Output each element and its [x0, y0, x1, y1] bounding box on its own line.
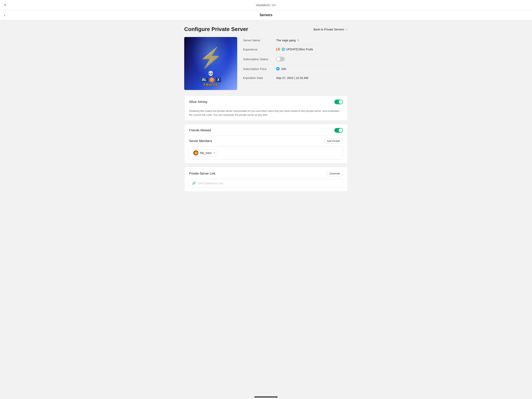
private-server-link-row: Private Server Link Generate [189, 171, 343, 176]
server-name-row: Server Name The sage gang ✎ [243, 39, 348, 45]
back-to-private-servers-link[interactable]: Back to Private Servers → [314, 28, 348, 31]
member-tag: 🙂 Rip_maxi × [192, 149, 217, 157]
generate-link-button[interactable]: Generate [327, 171, 343, 176]
skull-icon: 💀 [184, 71, 237, 76]
link-icon: 🔗 [192, 181, 196, 185]
subscription-status-row: Subscription Status [243, 54, 348, 64]
experience-row: Experience [🔥 🌐 UPDATE] Blox Fruits [243, 45, 348, 54]
nav-bar: ‹ Servers [0, 10, 532, 20]
friends-allowed-toggle[interactable] [334, 128, 343, 133]
page-title: Configure Private Server [184, 26, 248, 32]
home-indicator [254, 396, 278, 398]
private-server-link-label: Private Server Link [189, 172, 215, 175]
friends-members-card: Friends Allowed Server Members Add Peopl… [184, 124, 348, 164]
nav-back-button[interactable]: ‹ [4, 13, 5, 17]
top-bar: × tobydabush: 13+ [0, 0, 532, 10]
members-area: 🙂 Rip_maxi × [189, 146, 343, 160]
server-name-label: Server Name [243, 39, 272, 42]
server-name-value: The sage gang ✎ [276, 39, 299, 42]
server-info-section: ⚡ 💀 BL O X FRUITS Server Name The sage g… [184, 37, 348, 90]
allow-joining-row: Allow Joining [189, 100, 343, 104]
nav-title: Servers [260, 13, 272, 17]
x-text: X [215, 77, 222, 83]
subscription-status-label: Subscription Status [243, 58, 272, 61]
blox-text: BL [200, 77, 209, 83]
top-bar-title: tobydabush: 13+ [256, 4, 276, 7]
expiration-row: Expiration Date Sep 27, 2022 | 12:32 AM [243, 73, 348, 82]
expiration-label: Expiration Date [243, 76, 272, 79]
subscription-price-row: Subscription Price R 200 [243, 64, 348, 73]
allow-joining-toggle[interactable] [334, 100, 343, 104]
member-name: Rip_maxi [200, 151, 211, 154]
friends-allowed-label: Friends Allowed [189, 129, 211, 132]
subscription-status-toggle[interactable] [276, 57, 285, 61]
allow-joining-toggle-knob [339, 100, 342, 104]
friends-allowed-row: Friends Allowed [189, 128, 343, 133]
o-icon: O [209, 77, 214, 82]
subscription-price-label: Subscription Price [243, 67, 272, 71]
toggle-knob [277, 57, 280, 61]
subscription-price-amount: 200 [281, 67, 286, 71]
server-details: Server Name The sage gang ✎ Experience [… [243, 37, 348, 90]
server-members-row: Server Members Add People [189, 138, 343, 144]
main-content: Configure Private Server Back to Private… [180, 20, 352, 206]
experience-value: [🔥 🌐 UPDATE] Blox Fruits [276, 48, 313, 51]
allow-joining-description: Disabling this makes the private server … [189, 107, 343, 117]
link-input-container[interactable]: 🔗 Join Experience Link... [189, 179, 343, 188]
member-avatar: 🙂 [193, 150, 198, 155]
edit-server-name-icon[interactable]: ✎ [297, 39, 299, 42]
game-logo: 💀 BL O X FRUITS [184, 71, 237, 90]
experience-label: Experience [243, 48, 272, 51]
private-server-link-card: Private Server Link Generate 🔗 Join Expe… [184, 167, 348, 192]
allow-joining-card: Allow Joining Disabling this makes the p… [184, 96, 348, 121]
friends-toggle-knob [339, 129, 342, 132]
fruits-text: FRUITS [184, 83, 237, 87]
server-name-text: The sage gang [276, 39, 296, 42]
server-members-label: Server Members [189, 139, 212, 143]
robux-icon: R [276, 67, 280, 71]
add-people-button[interactable]: Add People [324, 138, 343, 144]
server-game-image: ⚡ 💀 BL O X FRUITS [184, 37, 237, 90]
link-input-placeholder: Join Experience Link... [198, 182, 225, 185]
allow-joining-label: Allow Joining [189, 100, 207, 104]
page-header: Configure Private Server Back to Private… [184, 26, 348, 32]
expiration-value: Sep 27, 2022 | 12:32 AM [276, 76, 308, 79]
member-remove-button[interactable]: × [213, 151, 215, 154]
subscription-price-value: R 200 [276, 67, 286, 71]
close-button[interactable]: × [4, 3, 6, 7]
